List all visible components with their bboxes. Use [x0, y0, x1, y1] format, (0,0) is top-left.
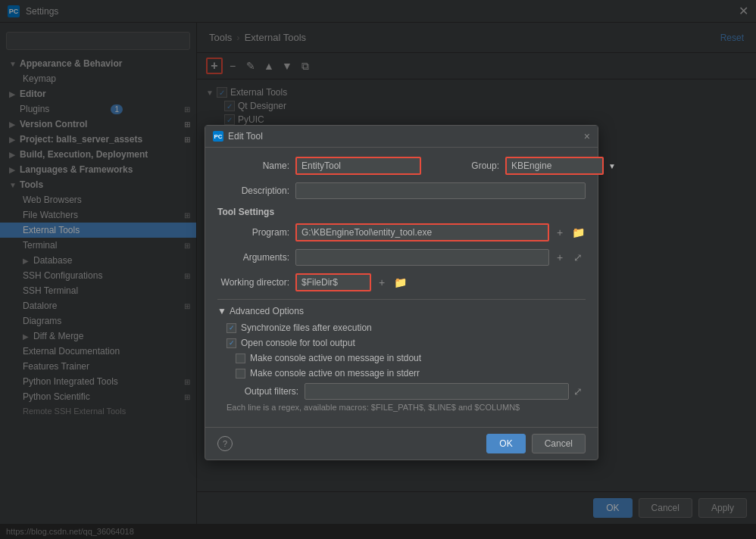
remove-tool-button[interactable]: −: [224, 58, 241, 74]
open-console-row: ✓ Open console for tool output: [226, 338, 586, 348]
add-tool-button[interactable]: +: [206, 58, 223, 74]
toolbar: + − ✎ ▲ ▼ ⧉: [197, 53, 756, 79]
sidebar-label: Remote SSH External Tools: [23, 407, 126, 416]
sidebar-item-project[interactable]: ▶ Project: balls_server_assets ⊞: [0, 132, 196, 147]
sidebar-item-database[interactable]: ▶ Database: [0, 253, 196, 268]
sidebar-label: Python Scientific: [23, 391, 90, 402]
sidebar-item-ssh-terminal[interactable]: SSH Terminal: [0, 283, 196, 298]
working-dir-input[interactable]: [295, 273, 371, 291]
tree-root-label: External Tools: [230, 87, 287, 98]
modal-cancel-button[interactable]: Cancel: [532, 434, 586, 453]
advanced-header[interactable]: ▼ Advanced Options: [217, 306, 586, 316]
arguments-expand-button[interactable]: ⤢: [570, 250, 586, 265]
sidebar-item-languages[interactable]: ▶ Languages & Frameworks: [0, 162, 196, 177]
working-dir-label: Working director:: [217, 277, 289, 288]
bottom-bar: OK Cancel Apply: [197, 491, 756, 524]
edit-tool-button[interactable]: ✎: [242, 58, 259, 74]
reset-button[interactable]: Reset: [720, 33, 744, 43]
ok-button[interactable]: OK: [593, 498, 632, 518]
sidebar-label: Version Control: [20, 119, 87, 129]
open-console-checkbox[interactable]: ✓: [226, 338, 236, 348]
modal-title-bar: PC Edit Tool ×: [205, 126, 598, 148]
sidebar-label: Diff & Merge: [33, 331, 83, 341]
expand-arrow: ▼: [9, 181, 17, 189]
sidebar-item-ext-doc[interactable]: External Documentation: [0, 344, 196, 359]
search-input[interactable]: [6, 32, 190, 50]
modal-close-button[interactable]: ×: [584, 130, 590, 142]
sidebar-item-python-scientific[interactable]: Python Scientific ⊞: [0, 389, 196, 404]
expand-arrow: ▶: [9, 90, 17, 98]
sidebar-item-web-browsers[interactable]: Web Browsers: [0, 192, 196, 207]
sidebar-item-remote-ssh[interactable]: Remote SSH External Tools: [0, 404, 196, 418]
description-row: Description:: [217, 182, 586, 199]
sidebar-item-editor[interactable]: ▶ Editor: [0, 86, 196, 101]
sidebar-item-ssh-config[interactable]: SSH Configurations ⊞: [0, 268, 196, 283]
url-text: https://blog.csdn.net/qq_36064018: [6, 527, 134, 536]
active-stdout-label: Make console active on message in stdout: [250, 353, 421, 363]
sync-files-checkbox[interactable]: ✓: [226, 323, 236, 333]
active-stderr-checkbox[interactable]: [236, 369, 245, 379]
sidebar-item-build[interactable]: ▶ Build, Execution, Deployment: [0, 147, 196, 162]
sidebar-label: Tools: [20, 179, 43, 190]
name-row: Name: Group: ▼: [217, 157, 586, 175]
working-dir-add-button[interactable]: +: [374, 275, 389, 290]
program-folder-button[interactable]: 📁: [570, 225, 586, 240]
sidebar-label: SSH Configurations: [23, 270, 102, 281]
sidebar-item-python-integrated[interactable]: Python Integrated Tools ⊞: [0, 374, 196, 389]
program-input[interactable]: [295, 223, 549, 241]
sidebar-item-version-control[interactable]: ▶ Version Control ⊞: [0, 117, 196, 132]
sidebar-item-features-trainer[interactable]: Features Trainer: [0, 359, 196, 374]
move-up-button[interactable]: ▲: [261, 58, 277, 74]
sync-files-label: Synchronize files after execution: [241, 322, 372, 333]
tree-root-checkbox[interactable]: ✓: [217, 87, 227, 98]
sidebar-label: Editor: [20, 89, 46, 99]
output-filters-input[interactable]: [305, 383, 569, 400]
arguments-row: Arguments: + ⤢: [217, 249, 586, 266]
app-icon: PC: [8, 5, 20, 17]
apply-button[interactable]: Apply: [698, 498, 747, 518]
sidebar-item-keymap[interactable]: Keymap: [0, 71, 196, 86]
sidebar-item-datalore[interactable]: Datalore ⊞: [0, 298, 196, 313]
sidebar-item-tools[interactable]: ▼ Tools: [0, 177, 196, 192]
sidebar-label: Web Browsers: [23, 195, 82, 205]
active-stdout-checkbox[interactable]: [236, 354, 245, 363]
help-button[interactable]: ?: [217, 436, 233, 451]
program-row: Program: + 📁: [217, 223, 586, 241]
output-hint: Each line is a regex, available macros: …: [226, 403, 586, 412]
tree-qt-label: Qt Designer: [238, 101, 286, 111]
sidebar-label: Datalore: [23, 301, 57, 311]
close-button[interactable]: ✕: [739, 5, 748, 17]
tree-child-qt[interactable]: ✓ Qt Designer: [224, 99, 747, 113]
move-down-button[interactable]: ▼: [279, 58, 295, 74]
sidebar-item-diff-merge[interactable]: ▶ Diff & Merge: [0, 329, 196, 344]
sidebar-item-file-watchers[interactable]: File Watchers ⊞: [0, 207, 196, 223]
ext-icon: ⊞: [184, 241, 190, 250]
modal-ok-button[interactable]: OK: [486, 434, 525, 453]
advanced-arrow: ▼: [217, 306, 226, 316]
sidebar-item-terminal[interactable]: Terminal ⊞: [0, 238, 196, 253]
sidebar-item-diagrams[interactable]: Diagrams: [0, 313, 196, 329]
sidebar-item-plugins[interactable]: ▶ Plugins 1 ⊞: [0, 101, 196, 117]
expand-arrow: ▶: [9, 120, 17, 129]
copy-tool-button[interactable]: ⧉: [297, 58, 314, 74]
sidebar-label: Plugins: [20, 104, 49, 114]
group-dropdown-button[interactable]: ▼: [605, 159, 619, 173]
group-input[interactable]: [505, 157, 604, 175]
ext-icon: ⊞: [184, 378, 190, 386]
sidebar-item-external-tools[interactable]: External Tools: [0, 223, 196, 238]
output-filters-expand-button[interactable]: ⤢: [570, 384, 586, 399]
sidebar-label: Project: balls_server_assets: [20, 134, 142, 145]
name-input[interactable]: [295, 157, 421, 175]
tree-pyuic-checkbox[interactable]: ✓: [224, 114, 235, 125]
description-input[interactable]: [295, 182, 586, 199]
arguments-input[interactable]: [295, 249, 549, 266]
expand-arrow: ▶: [9, 151, 17, 159]
tree-qt-checkbox[interactable]: ✓: [224, 101, 235, 111]
working-dir-folder-button[interactable]: 📁: [392, 275, 408, 290]
arguments-add-button[interactable]: +: [552, 250, 567, 265]
cancel-button[interactable]: Cancel: [639, 498, 692, 518]
program-add-button[interactable]: +: [552, 225, 567, 240]
tree-pyuic-label: PyUIC: [238, 114, 264, 125]
sidebar-item-appearance[interactable]: ▼ Appearance & Behavior: [0, 56, 196, 71]
tree-root-item[interactable]: ▼ ✓ External Tools: [206, 86, 747, 99]
